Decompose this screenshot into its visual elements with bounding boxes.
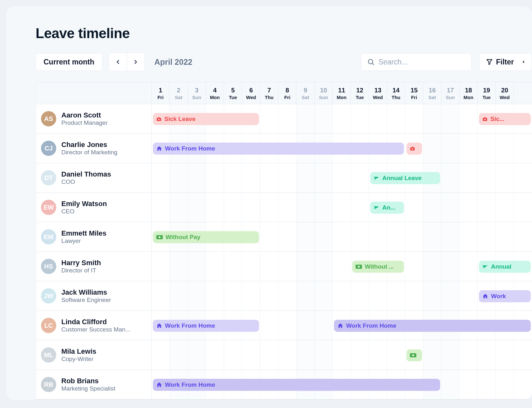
leave-bar[interactable]: Work From Home	[153, 320, 259, 332]
cash-icon	[410, 353, 417, 358]
day-cell	[152, 193, 170, 222]
avatar: ML	[41, 347, 56, 363]
timeline-row: HS Harry Smith Director of IT Without ..…	[36, 252, 532, 281]
svg-point-19	[358, 266, 360, 268]
day-header: 4Mon	[206, 82, 224, 104]
timeline-row: DT Daniel Thomas COO Annual Leave	[36, 163, 532, 193]
row-days: Work From Home	[152, 134, 514, 163]
leave-bar[interactable]	[406, 349, 422, 361]
day-name: Mon	[460, 95, 477, 100]
day-number: 3	[188, 87, 206, 94]
search-box[interactable]	[361, 53, 472, 71]
leave-bar[interactable]: Work From Home	[153, 143, 404, 155]
leave-bar[interactable]: Without ...	[352, 261, 404, 273]
day-cell	[188, 281, 206, 311]
leave-bar[interactable]: Work From Home	[153, 379, 440, 391]
leave-bar[interactable]: Work	[479, 290, 531, 302]
day-cell	[460, 340, 478, 370]
day-cell	[441, 134, 460, 163]
day-cell	[369, 340, 387, 370]
leave-label: Without ...	[365, 263, 394, 270]
employee-cell[interactable]: AS Aaron Scott Product Manager	[36, 104, 152, 133]
svg-rect-11	[484, 119, 486, 120]
day-cell	[224, 252, 242, 281]
employee-role: Lawyer	[61, 237, 106, 244]
avatar: JW	[41, 288, 56, 304]
day-number: 2	[170, 87, 188, 94]
employee-cell[interactable]: DT Daniel Thomas COO	[36, 163, 152, 192]
day-cell	[278, 311, 297, 340]
day-number: 7	[260, 87, 278, 94]
avatar: CJ	[41, 141, 56, 156]
employee-name: Mila Lewis	[61, 347, 96, 356]
timeline-header: 1Fri2Sat3Sun4Mon5Tue6Wed7Thu8Fri9Sat10Su…	[36, 82, 532, 104]
day-number: 8	[278, 87, 296, 94]
employee-info: Daniel Thomas COO	[61, 170, 111, 185]
employee-role: CEO	[61, 208, 107, 215]
employee-role: Product Manager	[61, 119, 108, 126]
leave-bar[interactable]: Without Pay	[153, 231, 259, 243]
row-days: Without ...Annual	[152, 252, 514, 281]
prev-month-button[interactable]	[109, 53, 127, 71]
employee-cell[interactable]: JW Jack Williams Software Engineer	[36, 281, 152, 311]
day-cell	[478, 134, 496, 163]
row-days: Without Pay	[152, 222, 514, 251]
employee-info: Emily Watson CEO	[61, 200, 107, 215]
svg-marker-3	[523, 61, 525, 63]
cash-icon	[355, 264, 362, 269]
employee-cell[interactable]: EM Emmett Miles Lawyer	[36, 222, 152, 251]
avatar: EW	[41, 200, 56, 215]
day-cell	[315, 252, 333, 281]
day-cell	[405, 104, 423, 133]
leave-label: Work	[491, 293, 506, 300]
day-cell	[478, 340, 496, 370]
search-input[interactable]	[379, 58, 466, 66]
employee-role: COO	[61, 178, 111, 185]
day-cell	[460, 222, 478, 251]
day-cell	[297, 281, 315, 311]
day-number: 17	[441, 87, 459, 94]
plane-icon	[373, 175, 380, 181]
day-cell	[242, 163, 260, 192]
employee-cell[interactable]: LC Linda Clifford Customer Success Man..…	[36, 311, 152, 340]
day-cell	[242, 281, 260, 311]
day-cell	[315, 104, 333, 133]
day-name: Sat	[170, 95, 188, 100]
leave-bar[interactable]: Annual	[479, 261, 531, 273]
filter-button[interactable]: Filter	[479, 53, 532, 71]
leave-bar[interactable]	[406, 143, 422, 155]
day-cell	[260, 311, 278, 340]
employee-cell[interactable]: ML Mila Lewis Copy-Writer	[36, 340, 152, 370]
day-name: Sun	[315, 95, 332, 100]
employee-info: Jack Williams Software Engineer	[61, 288, 111, 304]
leave-bar[interactable]: Annual Leave	[370, 172, 440, 184]
leave-bar[interactable]: Work From Home	[334, 320, 531, 332]
day-number: 14	[387, 87, 405, 94]
day-header: 17Sun	[441, 82, 460, 104]
day-header: 9Sat	[297, 82, 315, 104]
next-month-button[interactable]	[127, 53, 145, 71]
current-month-button[interactable]: Current month	[36, 53, 102, 71]
day-cell	[170, 281, 188, 311]
employee-cell[interactable]: RB Rob Brians Marketing Specialist	[36, 370, 152, 399]
day-cell	[170, 340, 188, 370]
employee-cell[interactable]: HS Harry Smith Director of IT	[36, 252, 152, 281]
day-cell	[260, 163, 278, 192]
employee-cell[interactable]: EW Emily Watson CEO	[36, 193, 152, 222]
day-cell	[351, 281, 369, 311]
timeline-row: JW Jack Williams Software Engineer Work	[36, 281, 532, 311]
day-header: 7Thu	[260, 82, 278, 104]
row-days: Work From HomeWork From Home	[152, 311, 514, 340]
day-cell	[278, 222, 297, 251]
day-number: 1	[152, 87, 169, 94]
days-header: 1Fri2Sat3Sun4Mon5Tue6Wed7Thu8Fri9Sat10Su…	[152, 82, 514, 104]
leave-bar[interactable]: An...	[370, 202, 404, 214]
day-cell	[297, 104, 315, 133]
day-cell	[496, 163, 514, 192]
employee-cell[interactable]: CJ Charlie Jones Director of Marketing	[36, 134, 152, 163]
leave-bar[interactable]: Sick Leave	[153, 113, 259, 125]
day-number: 16	[423, 87, 441, 94]
day-name: Mon	[333, 95, 351, 100]
day-cell	[170, 252, 188, 281]
leave-bar[interactable]: Sic...	[479, 113, 531, 125]
